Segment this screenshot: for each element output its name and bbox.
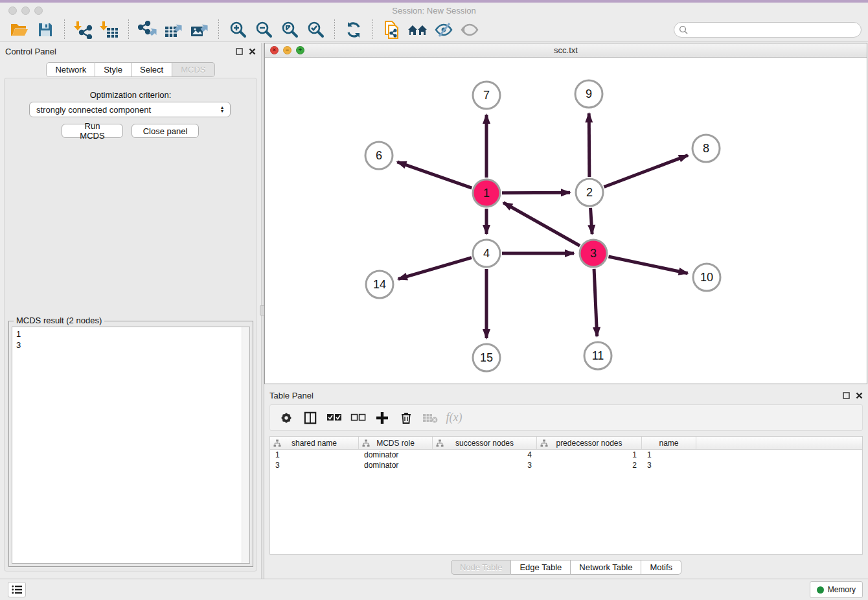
export-image-button[interactable] [188,19,211,41]
edge-4-14[interactable] [398,258,472,279]
node-label: 8 [703,142,709,155]
column-header-shared-name[interactable]: shared name [270,437,359,449]
zoom-selected-button[interactable] [304,19,327,41]
delete-column-button[interactable] [396,408,416,428]
column-header-successor-nodes[interactable]: successor nodes [433,437,537,449]
mcds-result-lines: 13 [12,327,249,352]
criterion-select[interactable]: strongly connected component ▴▾ [29,102,231,117]
save-session-button[interactable] [34,19,57,41]
refresh-button[interactable] [342,19,365,41]
tab-select[interactable]: Select [131,62,172,77]
node-label: 3 [590,247,597,260]
copy-network-icon [383,20,401,40]
trash-icon [400,411,412,424]
zoom-out-button[interactable] [252,19,275,41]
edge-1-2[interactable] [502,192,570,193]
mcds-result-line: 1 [16,329,246,340]
close-panel-icon[interactable] [249,48,256,55]
table-row[interactable]: 1dominator411 [270,450,862,460]
node-14[interactable]: 14 [366,271,393,298]
node-3[interactable]: 3 [580,240,607,267]
edge-2-9[interactable] [589,113,589,177]
deselect-all-button[interactable] [348,408,368,428]
tab-mcds[interactable]: MCDS [172,62,214,77]
control-panel-titlebar: Control Panel [0,43,261,60]
tab-node-table[interactable]: Node Table [451,560,512,575]
run-mcds-button[interactable]: Run MCDS [62,124,123,138]
node-11[interactable]: 11 [584,342,611,369]
table-toolbar: f(x) [269,404,863,431]
search-input[interactable] [674,22,862,38]
tab-network-table[interactable]: Network Table [571,560,641,575]
memory-button[interactable]: Memory [810,581,863,598]
node-9[interactable]: 9 [575,80,602,108]
tab-motifs[interactable]: Motifs [641,560,681,575]
table-cell: 3 [433,461,537,470]
node-7[interactable]: 7 [473,82,500,109]
import-network-button[interactable] [72,19,95,41]
node-table[interactable]: shared nameMCDS rolesuccessor nodesprede… [269,436,863,555]
mcds-result-textarea[interactable]: 13 [12,327,250,564]
tab-edge-table[interactable]: Edge Table [511,560,571,575]
copy-network-button[interactable] [380,19,404,41]
network-frame-titlebar[interactable]: × − + scc.txt [265,43,867,58]
column-type-icon [540,439,548,447]
function-builder-button[interactable]: f(x) [444,408,464,428]
network-graph[interactable]: 7968124314101511 [265,58,867,384]
zoom-fit-button[interactable] [278,19,301,41]
home-button[interactable] [406,19,429,41]
show-columns-button[interactable] [301,408,320,428]
delete-table-button[interactable] [420,408,440,428]
scrollbar-track[interactable] [242,327,249,563]
node-6[interactable]: 6 [365,142,393,169]
edge-2-8[interactable] [604,156,687,187]
edge-3-11[interactable] [594,269,597,336]
export-network-button[interactable] [136,19,159,41]
edge-1-6[interactable] [397,162,472,188]
node-10[interactable]: 10 [693,264,720,291]
zoom-in-button[interactable] [226,19,249,41]
tab-network[interactable]: Network [46,62,95,77]
node-label: 14 [373,278,386,291]
select-all-button[interactable] [325,408,344,428]
node-2[interactable]: 2 [576,179,603,206]
close-panel-icon[interactable] [856,392,863,399]
show-all-button[interactable] [458,19,481,41]
node-15[interactable]: 15 [473,344,500,371]
column-header-name[interactable]: name [642,437,696,449]
gear-icon [280,411,293,424]
column-header-mcds-role[interactable]: MCDS role [359,437,433,449]
table-cell: 1 [270,450,359,459]
edge-2-3[interactable] [591,208,593,234]
table-row[interactable]: 3dominator323 [270,460,862,470]
column-type-icon [273,439,281,447]
add-column-button[interactable] [372,408,392,428]
zoom-out-icon [255,21,273,39]
column-header-predecessor-nodes[interactable]: predecessor nodes [537,437,642,449]
node-8[interactable]: 8 [692,135,720,162]
node-1[interactable]: 1 [473,179,500,207]
node-label: 11 [592,349,604,362]
export-table-button[interactable] [162,19,185,41]
close-panel-button[interactable]: Close panel [131,124,199,138]
open-session-button[interactable] [8,19,31,41]
toolbar-separator [218,19,219,40]
titlebar: Session: New Session [0,3,868,18]
node-4[interactable]: 4 [473,240,500,267]
tab-style[interactable]: Style [95,62,131,77]
table-settings-button[interactable] [277,408,296,428]
float-panel-icon[interactable] [236,48,243,55]
column-label: successor nodes [455,439,514,448]
window-title: Session: New Session [0,6,868,16]
edge-3-1[interactable] [503,203,580,246]
edge-3-10[interactable] [608,257,687,273]
table-tabs: Node TableEdge TableNetwork TableMotifs [264,560,868,575]
task-history-button[interactable] [8,582,26,597]
network-canvas[interactable]: 7968124314101511 [265,58,867,384]
node-label: 4 [483,247,490,260]
float-panel-icon[interactable] [843,392,850,399]
hide-selected-button[interactable] [432,19,455,41]
zoom-fit-icon [280,21,299,39]
unchecked-boxes-icon [350,413,366,422]
import-table-button[interactable] [98,19,121,41]
